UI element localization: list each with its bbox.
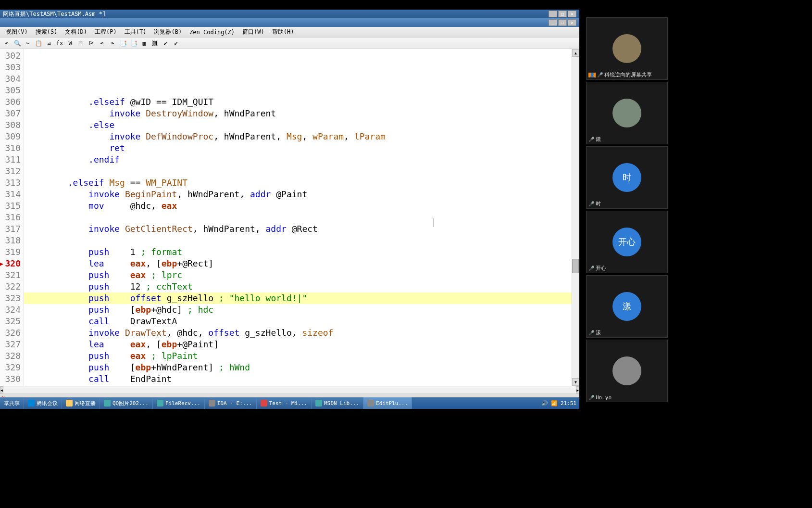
code-line[interactable]: push offset g_szHello ; "hello world!|"	[24, 292, 572, 304]
hscroll-track[interactable]	[3, 386, 576, 394]
avatar	[612, 99, 641, 127]
maximize-button[interactable]: □	[558, 11, 567, 17]
code-line[interactable]: .elseif @wID == IDM_QUIT	[24, 96, 572, 108]
menu-view[interactable]: 视图(V)	[2, 27, 32, 37]
code-line[interactable]: invoke DrawText, @hdc, offset g_szHello,…	[24, 327, 572, 339]
taskbar-item[interactable]: IDA - E:...	[205, 397, 257, 409]
taskbar-item[interactable]: Test - Mi...	[257, 397, 312, 409]
menu-tools[interactable]: 工具(T)	[121, 27, 150, 37]
participant-tile[interactable]: 👤🎤科锐逆向的屏幕共享	[586, 17, 668, 80]
code-line[interactable]: mov @hdc, eax	[24, 200, 572, 212]
participant-name: 时	[596, 200, 601, 207]
child-close-button[interactable]: ✕	[568, 19, 576, 26]
code-line[interactable]: .elseif Msg == WM_PAINT	[24, 177, 572, 189]
code-area[interactable]: .elseif @wID == IDM_QUIT invoke DestroyW…	[24, 49, 572, 386]
scroll-left-button[interactable]: ◀	[0, 386, 3, 394]
code-line[interactable]	[24, 235, 572, 246]
code-line[interactable]: push 12 ; cchText	[24, 281, 572, 292]
code-line[interactable]: .endif	[24, 154, 572, 165]
horizontal-scrollbar[interactable]: ◀ ▶	[0, 386, 579, 394]
toolbar-button-0[interactable]: ↶	[2, 38, 12, 48]
code-line[interactable]: push eax ; lprc	[24, 269, 572, 281]
toolbar-button-3[interactable]: 📋	[34, 38, 43, 48]
tray-icon[interactable]: 🔊	[541, 400, 548, 406]
participant-tile[interactable]: 🎤Un-yo	[586, 340, 668, 402]
scroll-down-button[interactable]: ▼	[572, 378, 579, 386]
participant-label: 🎤Un-yo	[588, 394, 612, 401]
toolbar-button-11[interactable]: 📑	[118, 38, 128, 48]
avatar: 漾	[612, 292, 641, 321]
toolbar-button-16[interactable]: ✔	[171, 38, 181, 48]
line-number: 306	[0, 96, 21, 108]
code-line[interactable]: ret	[24, 142, 572, 154]
code-line[interactable]: push [ebp+@hdc] ; hdc	[24, 304, 572, 316]
tray-clock: 21:51	[561, 400, 576, 406]
toolbar-button-15[interactable]: ✔	[161, 38, 170, 48]
toolbar-button-7[interactable]: ≣	[76, 38, 86, 48]
code-line[interactable]: invoke DestroyWindow, hWndParent	[24, 108, 572, 119]
text-cursor	[434, 218, 434, 227]
menu-search[interactable]: 搜索(S)	[32, 27, 62, 37]
participant-tile[interactable]: 开心🎤开心	[586, 211, 668, 273]
taskbar-item[interactable]: 腾讯会议	[24, 397, 62, 409]
child-restore-button[interactable]: ❐	[558, 19, 567, 26]
participant-tile[interactable]: 时🎤时	[586, 146, 668, 209]
menu-zen[interactable]: Zen Coding(Z)	[186, 28, 238, 37]
toolbar-button-9[interactable]: ↶	[97, 38, 107, 48]
code-line[interactable]: push eax ; lpPaint	[24, 350, 572, 362]
taskbar-item[interactable]: FileRecv...	[153, 397, 205, 409]
toolbar-button-4[interactable]: ⇄	[44, 38, 54, 48]
menu-document[interactable]: 文档(D)	[61, 27, 91, 37]
code-line[interactable]: lea eax, [ebp+@Rect]	[24, 258, 572, 269]
code-line[interactable]	[24, 165, 572, 177]
toolbar-button-10[interactable]: ↷	[108, 38, 117, 48]
code-line[interactable]: call EndPaint	[24, 373, 572, 385]
taskbar-item-label: EditPlu...	[376, 400, 408, 406]
participant-tile[interactable]: 漾🎤漾	[586, 275, 668, 338]
participant-tile[interactable]: 🎤鏡	[586, 82, 668, 144]
child-minimize-button[interactable]: _	[549, 19, 557, 26]
code-line[interactable]: jmp short EXIT_PROC	[24, 385, 572, 386]
code-line[interactable]	[24, 212, 572, 223]
code-line[interactable]: invoke BeginPaint, hWndParent, addr @Pai…	[24, 189, 572, 200]
participant-name: 鏡	[596, 136, 601, 143]
taskbar-item[interactable]: MSDN Lib...	[312, 397, 363, 409]
taskbar-item[interactable]: 网络直播	[62, 397, 100, 409]
toolbar-button-12[interactable]: 📑	[129, 38, 138, 48]
line-number: 303	[0, 62, 21, 73]
menu-project[interactable]: 工程(P)	[91, 27, 121, 37]
code-line[interactable]: call DrawTextA	[24, 316, 572, 327]
taskbar-item-label: MSDN Lib...	[324, 400, 359, 406]
toolbar-button-6[interactable]: W	[65, 38, 75, 48]
code-line[interactable]: lea eax, [ebp+@Paint]	[24, 339, 572, 350]
toolbar-button-13[interactable]: ▦	[139, 38, 149, 48]
scroll-right-button[interactable]: ▶	[576, 386, 579, 394]
code-line[interactable]: push 1 ; format	[24, 246, 572, 258]
scroll-thumb[interactable]	[572, 259, 579, 273]
menu-window[interactable]: 窗口(W)	[238, 27, 268, 37]
vertical-scrollbar[interactable]: ▲ ▼	[572, 49, 579, 386]
taskbar-item[interactable]: QQ图片202...	[100, 397, 153, 409]
toolbar-button-2[interactable]: ✂	[23, 38, 33, 48]
menu-browser[interactable]: 浏览器(B)	[150, 27, 186, 37]
tray-icon[interactable]: 📶	[551, 400, 558, 406]
code-line[interactable]: push [ebp+hWndParent] ; hWnd	[24, 362, 572, 373]
toolbar-button-5[interactable]: fx	[55, 38, 64, 48]
toolbar-button-1[interactable]: 🔍	[12, 38, 22, 48]
toolbar: ↶🔍✂📋⇄fxW≣🏳↶↷📑📑▦🖼✔✔	[0, 38, 579, 49]
scroll-up-button[interactable]: ▲	[572, 49, 579, 57]
participant-name: Un-yo	[596, 394, 612, 401]
code-line[interactable]	[24, 85, 572, 96]
code-line[interactable]: invoke GetClientRect, hWndParent, addr @…	[24, 223, 572, 235]
taskbar-share[interactable]: 享共享	[0, 397, 24, 409]
taskbar-item[interactable]: EditPlu...	[363, 397, 412, 409]
minimize-button[interactable]: _	[549, 11, 557, 17]
toolbar-button-14[interactable]: 🖼	[150, 38, 160, 48]
menu-help[interactable]: 帮助(H)	[268, 27, 298, 37]
taskbar-item-label: IDA - E:...	[217, 400, 252, 406]
scroll-track[interactable]	[572, 57, 579, 378]
code-line[interactable]: .else	[24, 119, 572, 131]
toolbar-button-8[interactable]: 🏳	[87, 38, 96, 48]
close-button[interactable]: ✕	[568, 11, 576, 17]
code-line[interactable]: invoke DefWindowProc, hWndParent, Msg, w…	[24, 131, 572, 142]
